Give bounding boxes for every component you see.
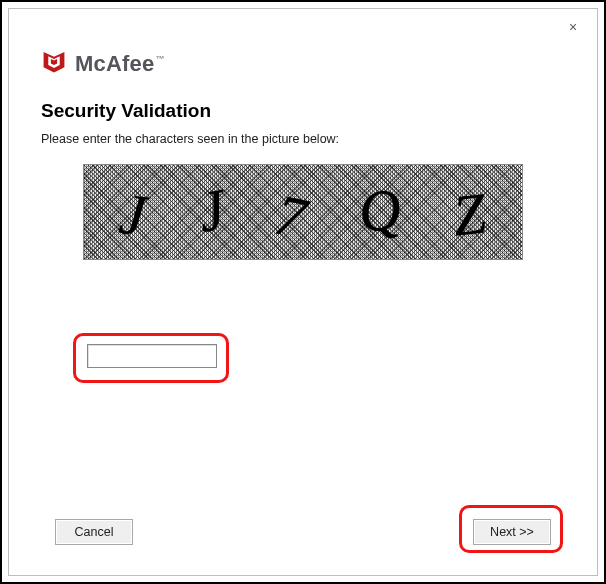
screenshot-frame: × McAfee™ Security Validation Please ent…	[0, 0, 606, 584]
dialog-window: × McAfee™ Security Validation Please ent…	[8, 8, 598, 576]
captcha-image: J J 7 Q Z	[83, 164, 523, 260]
instruction-text: Please enter the characters seen in the …	[41, 132, 565, 146]
captcha-input[interactable]	[87, 344, 217, 368]
content-area: Security Validation Please enter the cha…	[41, 100, 565, 260]
captcha-char-5: Z	[450, 179, 489, 249]
brand-name: McAfee™	[75, 51, 165, 77]
button-bar: Cancel Next >>	[9, 519, 597, 545]
mcafee-shield-icon	[41, 49, 67, 78]
next-button[interactable]: Next >>	[473, 519, 551, 545]
captcha-letters: J J 7 Q Z	[84, 165, 522, 259]
titlebar: ×	[41, 23, 565, 43]
captcha-char-2: J	[193, 175, 230, 245]
captcha-char-3: 7	[270, 180, 312, 252]
trademark-symbol: ™	[155, 54, 164, 64]
page-title: Security Validation	[41, 100, 565, 122]
brand-logo: McAfee™	[41, 49, 565, 78]
close-icon[interactable]: ×	[563, 17, 583, 37]
captcha-char-1: J	[117, 179, 150, 248]
captcha-char-4: Q	[354, 174, 405, 246]
cancel-button[interactable]: Cancel	[55, 519, 133, 545]
captcha-input-wrap	[87, 344, 217, 368]
